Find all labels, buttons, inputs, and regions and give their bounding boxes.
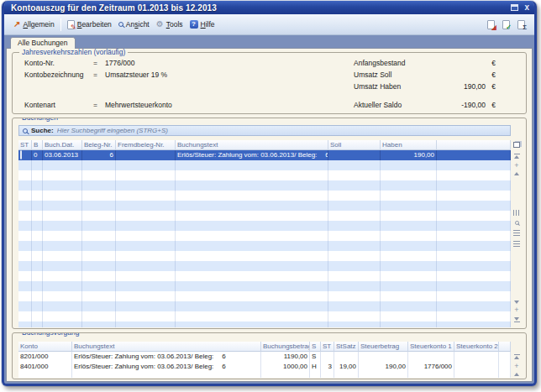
table-empty-row[interactable] [18, 251, 511, 261]
col-b[interactable]: B [32, 140, 43, 150]
buchungstext-cell: Erlös/Steuer: Zahlung vom: 03.06.2013/ B… [176, 150, 328, 160]
betrag-cell: 1190,00 [261, 352, 310, 362]
column-chooser-icon[interactable] [513, 142, 520, 148]
table-empty-row[interactable] [18, 241, 511, 251]
col-soll[interactable]: Soll [328, 140, 381, 150]
table-empty-row[interactable] [18, 372, 511, 378]
buchungen-grid: ST B Buch.Dat. Beleg-Nr. Fremdbeleg-Nr. … [18, 140, 523, 327]
col-buchdat[interactable]: Buch.Dat. [43, 140, 82, 150]
table-empty-row[interactable] [18, 291, 511, 301]
collapse-icon[interactable]: + [514, 307, 518, 313]
table-empty-row[interactable] [18, 201, 511, 211]
menu-ansicht[interactable]: Ansicht [115, 18, 153, 30]
columns-icon[interactable] [513, 210, 520, 216]
search-bar[interactable]: Suche: [18, 125, 511, 136]
sum-icon[interactable]: Σ [517, 20, 525, 29]
table-row[interactable]: 8201/000 Erlös/Steuer: Zahlung vom: 03.0… [18, 352, 511, 362]
scroll-to-top-icon[interactable] [514, 354, 520, 359]
menu-ansicht-label: Ansicht [126, 20, 150, 29]
currency-symbol: € [486, 101, 496, 109]
table-empty-row[interactable] [18, 160, 511, 170]
col-stsatz[interactable]: StSatz [334, 342, 359, 352]
table-empty-row[interactable] [18, 311, 511, 321]
col-steuerbetrag[interactable]: Steuerbetrag [359, 342, 408, 352]
sort-asc-icon[interactable] [513, 230, 520, 236]
report-icon[interactable]: ◢ [487, 20, 495, 29]
search-input[interactable] [57, 127, 507, 134]
table-empty-row[interactable] [18, 191, 511, 201]
col-buchungstext[interactable]: Buchungstext [72, 342, 261, 352]
field-umsatz-haben: Umsatz Haben 190,00 € [354, 82, 496, 91]
scroll-up-icon[interactable] [514, 373, 519, 376]
col-filler [437, 140, 511, 150]
scroll-up-icon[interactable] [514, 172, 519, 175]
col-haben[interactable]: Haben [381, 140, 437, 150]
konto-cell: 8201/000 [18, 352, 72, 362]
col-buchungstext[interactable]: Buchungstext [176, 140, 328, 150]
currency-symbol: € [486, 71, 496, 79]
table-empty-row[interactable] [18, 261, 511, 271]
buchungen-empty-rows [18, 160, 511, 327]
steuerbetrag-cell: 190,00 [359, 362, 408, 372]
buchungen-table: ST B Buch.Dat. Beleg-Nr. Fremdbeleg-Nr. … [18, 140, 511, 327]
table-empty-row[interactable] [18, 271, 511, 281]
table-empty-row[interactable] [18, 221, 511, 231]
filler-cell [499, 352, 511, 362]
buchungen-header-row[interactable]: ST B Buch.Dat. Beleg-Nr. Fremdbeleg-Nr. … [18, 140, 511, 150]
table-empty-row[interactable] [18, 170, 511, 180]
close-icon[interactable]: x [524, 3, 529, 12]
beleg-cell: 6 [82, 150, 116, 160]
menu-bearbeiten[interactable]: ✎ Bearbeiten [64, 18, 115, 31]
col-s[interactable]: S [310, 342, 321, 352]
currency-symbol: € [486, 82, 496, 91]
expand-icon[interactable]: + [514, 363, 518, 369]
col-steuerkonto1[interactable]: Steuerkonto 1 [408, 342, 454, 352]
kontobezeichnung-value: Umsatzsteuer 19 % [105, 71, 167, 79]
s-cell: H [310, 362, 321, 372]
date-cell: 03.06.2013 [43, 150, 82, 160]
scroll-down-icon[interactable] [514, 301, 519, 304]
table-row-selected[interactable]: 0 03.06.2013 6 Erlös/Steuer: Zahlung vom… [18, 150, 511, 160]
menu-allgemein[interactable]: ↗ Allgemein [10, 18, 58, 30]
col-st[interactable]: ST [321, 342, 334, 352]
groupbox-buchungen: Buchungen Suche: ST B Buch.Dat. Bel [12, 118, 527, 329]
field-kontenart: Kontenart = Mehrwertsteuerkonto [24, 101, 172, 109]
menu-hilfe[interactable]: ? Hilfe [186, 18, 218, 30]
confirm-icon[interactable]: ✓ [502, 20, 510, 29]
table-empty-row[interactable] [18, 301, 511, 311]
table-empty-row[interactable] [18, 231, 511, 241]
screenshot-stage: Kontoauszug für den Zeitraum 01.2013 bis… [0, 0, 541, 392]
umsatz-haben-value: 190,00 [401, 82, 486, 91]
sort-desc-icon[interactable] [513, 241, 520, 247]
buchungsvorgang-header-row[interactable]: Konto Buchungstext Buchungsbetrag S ST S… [18, 342, 511, 352]
col-buchungsbetrag[interactable]: Buchungsbetrag [261, 342, 310, 352]
table-empty-row[interactable] [18, 180, 511, 191]
filler-cell [437, 150, 511, 160]
tab-alle-buchungen[interactable]: Alle Buchungen [10, 37, 76, 49]
steuerkonto2-cell [454, 352, 499, 362]
table-empty-row[interactable] [18, 281, 511, 291]
equals-sign: = [93, 59, 105, 67]
col-fremdbeleg-nr[interactable]: Fremdbeleg-Nr. [116, 140, 176, 150]
table-empty-row[interactable] [18, 321, 511, 327]
scroll-to-top-icon[interactable] [514, 154, 520, 159]
expand-icon[interactable]: + [514, 163, 518, 169]
haben-cell: 190,00 [381, 150, 437, 160]
search-icon [23, 128, 28, 133]
col-beleg-nr[interactable]: Beleg-Nr. [82, 140, 116, 150]
steuerkonto1-cell [408, 352, 454, 362]
table-row[interactable]: 8401/000 Erlös/Steuer: Zahlung vom: 03.0… [18, 362, 511, 372]
st-cell [321, 352, 334, 362]
aktueller-saldo-value: -190,00 [402, 101, 486, 109]
col-konto[interactable]: Konto [18, 342, 72, 352]
buchungen-scroll-rail: + + [511, 140, 523, 327]
col-st[interactable]: ST [18, 140, 32, 150]
restore-icon[interactable] [511, 4, 518, 11]
zoom-icon[interactable] [515, 221, 519, 225]
menu-tools-label: Tools [166, 20, 183, 29]
scroll-to-bottom-icon[interactable] [514, 317, 520, 322]
titlebar[interactable]: Kontoauszug für den Zeitraum 01.2013 bis… [4, 1, 534, 14]
table-empty-row[interactable] [18, 211, 511, 221]
menu-tools[interactable]: ⚙ Tools [153, 18, 186, 30]
col-steuerkonto2[interactable]: Steuerkonto 2 [454, 342, 499, 352]
